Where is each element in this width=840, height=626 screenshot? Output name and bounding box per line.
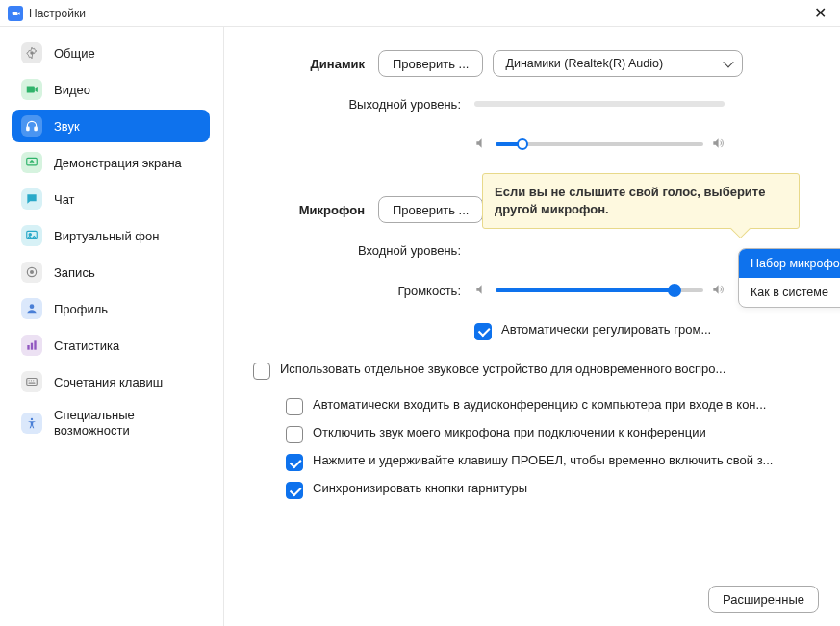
speaker-low-icon — [474, 137, 488, 153]
mic-option-1[interactable]: Как в системе — [739, 278, 840, 307]
sidebar-item-recording[interactable]: Запись — [12, 256, 210, 288]
sidebar-item-accessibility[interactable]: Специальные возможности — [12, 402, 210, 445]
accessibility-icon — [21, 413, 42, 434]
mute-on-join-label: Отключить звук моего микрофона при подкл… — [313, 425, 823, 439]
auto-join-label: Автоматически входить в аудиоконференцию… — [313, 397, 823, 412]
mic-volume-slider[interactable] — [474, 283, 725, 299]
sidebar-item-background[interactable]: Виртуальный фон — [12, 219, 210, 252]
speaker-volume-slider[interactable] — [474, 137, 725, 153]
svg-point-5 — [29, 234, 31, 236]
separate-device-label: Использовать отдельное звуковое устройст… — [280, 362, 823, 376]
mic-volume-label: Громкость: — [253, 284, 474, 298]
mic-device-dropdown-menu: Набор микрофонов (Realtek(R) Audio) Как … — [738, 248, 840, 308]
sidebar-item-label: Чат — [54, 192, 75, 207]
svg-rect-11 — [34, 340, 36, 349]
record-icon — [21, 262, 42, 283]
advanced-button[interactable]: Расширенные — [708, 586, 819, 613]
speaker-low-icon — [474, 283, 488, 299]
sync-headset-label: Синхронизировать кнопки гарнитуры — [313, 481, 823, 495]
sidebar-item-label: Демонстрация экрана — [54, 156, 182, 170]
video-icon — [21, 79, 42, 100]
auto-adjust-label: Автоматически регулировать гром... — [501, 322, 711, 337]
sidebar-item-label: Сочетания клавиш — [54, 375, 163, 389]
speaker-high-icon — [711, 137, 725, 153]
sidebar-item-label: Звук — [54, 119, 80, 134]
auto-join-checkbox[interactable] — [286, 398, 303, 415]
sidebar: Общие Видео Звук Демонстрация экрана Чат… — [0, 27, 224, 626]
separate-device-checkbox[interactable] — [253, 363, 270, 380]
sidebar-item-general[interactable]: Общие — [12, 37, 210, 69]
sidebar-item-share[interactable]: Демонстрация экрана — [12, 146, 210, 179]
chat-icon — [21, 188, 42, 210]
close-icon[interactable]: ✕ — [808, 2, 832, 24]
keyboard-icon — [21, 371, 42, 392]
push-to-talk-checkbox[interactable] — [286, 454, 303, 471]
content-pane: Динамик Проверить ... Динамики (Realtek(… — [224, 27, 840, 626]
hint-tooltip: Если вы не слышите свой голос, выберите … — [482, 173, 800, 229]
sidebar-item-label: Виртуальный фон — [54, 229, 159, 243]
svg-rect-1 — [27, 127, 29, 131]
mic-option-0[interactable]: Набор микрофонов (Realtek(R) Audio) — [739, 249, 840, 278]
input-level-label: Входной уровень: — [253, 243, 474, 258]
sidebar-item-video[interactable]: Видео — [12, 73, 210, 106]
svg-rect-2 — [35, 127, 37, 131]
background-icon — [21, 225, 42, 246]
window-title: Настройки — [29, 7, 86, 20]
sidebar-item-label: Специальные возможности — [54, 408, 200, 439]
sidebar-item-shortcuts[interactable]: Сочетания клавиш — [12, 365, 210, 398]
sidebar-item-label: Общие — [54, 46, 95, 61]
push-to-talk-label: Нажмите и удерживайте клавишу ПРОБЕЛ, чт… — [313, 453, 823, 467]
svg-point-8 — [30, 304, 35, 309]
app-icon — [8, 6, 23, 21]
svg-rect-9 — [27, 345, 29, 350]
stats-icon — [21, 335, 42, 356]
svg-rect-12 — [27, 379, 38, 386]
speaker-device-dropdown[interactable]: Динамики (Realtek(R) Audio) — [493, 50, 743, 77]
sidebar-item-label: Видео — [54, 83, 90, 97]
output-level-meter — [474, 101, 725, 107]
speaker-high-icon — [711, 283, 725, 299]
titlebar: Настройки ✕ — [0, 0, 840, 27]
gear-icon — [21, 42, 42, 63]
headphones-icon — [21, 115, 42, 137]
sidebar-item-audio[interactable]: Звук — [12, 110, 210, 142]
sidebar-item-label: Профиль — [54, 302, 108, 316]
mic-test-button[interactable]: Проверить ... — [378, 196, 483, 223]
share-screen-icon — [21, 152, 42, 173]
svg-point-7 — [30, 270, 34, 274]
sidebar-item-chat[interactable]: Чат — [12, 183, 210, 215]
sidebar-item-statistics[interactable]: Статистика — [12, 329, 210, 362]
svg-point-13 — [31, 418, 33, 420]
speaker-section-label: Динамик — [253, 57, 378, 71]
mute-on-join-checkbox[interactable] — [286, 426, 303, 443]
speaker-test-button[interactable]: Проверить ... — [378, 50, 483, 77]
auto-adjust-checkbox[interactable] — [474, 323, 492, 340]
sync-headset-checkbox[interactable] — [286, 482, 303, 499]
svg-rect-10 — [31, 343, 33, 350]
sidebar-item-profile[interactable]: Профиль — [12, 292, 210, 325]
output-level-label: Выходной уровень: — [253, 97, 474, 112]
sidebar-item-label: Статистика — [54, 338, 119, 353]
mic-section-label: Микрофон — [253, 203, 378, 217]
profile-icon — [21, 298, 42, 319]
sidebar-item-label: Запись — [54, 265, 95, 280]
